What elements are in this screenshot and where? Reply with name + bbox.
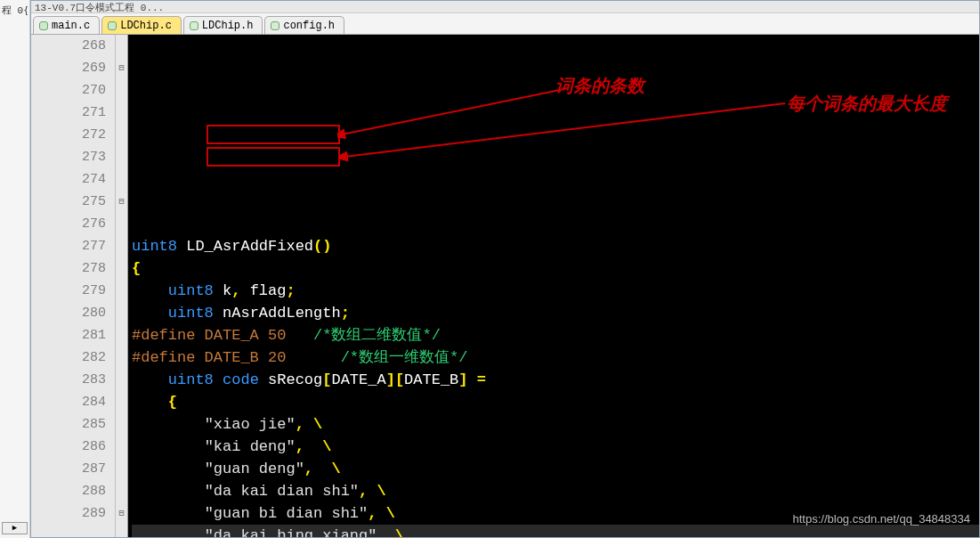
fold-empty (116, 480, 127, 502)
tab-label: main.c (52, 20, 90, 32)
fold-empty (116, 213, 127, 235)
tab-label: LDChip.h (202, 20, 254, 32)
side-text: 程 0{ (2, 4, 28, 17)
fold-empty (116, 102, 127, 124)
scroll-right-icon[interactable]: ▶ (2, 522, 28, 534)
code-line[interactable]: #define DATE_B 20 /*数组一维数值*/ (132, 346, 979, 369)
line-number: 288 (31, 480, 106, 502)
line-number: 285 (31, 413, 106, 436)
fold-empty (116, 35, 127, 57)
title-row: 13-V0.7口令模式工程 0... (31, 1, 979, 13)
line-number: 275 (31, 191, 106, 213)
line-number: 284 (31, 391, 106, 413)
red-box-2 (207, 147, 340, 167)
fold-empty (116, 257, 127, 280)
code-line[interactable]: uint8 k, flag; (132, 280, 979, 302)
arrow-1 (337, 88, 569, 142)
fold-empty (116, 458, 127, 480)
line-number: 277 (31, 235, 106, 257)
code-line[interactable]: "kai deng", \ (132, 436, 979, 458)
fold-gutter[interactable]: ⊟⊟⊟ (116, 35, 128, 537)
fold-toggle[interactable]: ⊟ (116, 502, 127, 525)
code-line[interactable]: uint8 nAsrAddLength; (132, 302, 979, 324)
annotation-1: 词条的条数 (555, 75, 644, 97)
fold-empty (116, 302, 127, 324)
line-number: 278 (31, 257, 106, 280)
watermark: https://blog.csdn.net/qq_34848334 (793, 508, 971, 530)
code-line[interactable]: "xiao jie", \ (132, 413, 979, 436)
code-line[interactable]: { (132, 257, 979, 280)
line-number: 274 (31, 168, 106, 191)
red-box-1 (207, 125, 340, 144)
code-editor[interactable]: 2682692702712722732742752762772782792802… (31, 35, 979, 537)
line-number: 280 (31, 302, 106, 324)
tab-LDChip-c[interactable]: LDChip.c (101, 16, 182, 34)
code-line[interactable]: uint8 code sRecog[DATE_A][DATE_B] = (132, 369, 979, 391)
fold-empty (116, 146, 127, 168)
fold-toggle[interactable]: ⊟ (116, 191, 127, 213)
svg-line-1 (344, 103, 785, 157)
fold-empty (116, 235, 127, 257)
side-panel: 程 0{ ▶ (0, 0, 30, 538)
fold-empty (116, 280, 127, 302)
file-icon (108, 21, 117, 30)
line-number: 268 (31, 35, 106, 57)
line-gutter: 2682692702712722732742752762772782792802… (31, 35, 116, 537)
tab-label: config.h (283, 20, 335, 32)
line-number: 269 (31, 57, 106, 79)
line-number: 282 (31, 346, 106, 369)
annotation-2: 每个词条的最大长度 (787, 93, 947, 115)
code-area[interactable]: 词条的条数 每个词条的最大长度 https://blog.csdn.net/qq… (128, 35, 979, 537)
line-number: 270 (31, 79, 106, 102)
fold-empty (116, 346, 127, 369)
fold-empty (116, 168, 127, 191)
line-number: 283 (31, 369, 106, 391)
code-line[interactable]: "guan deng", \ (132, 458, 979, 480)
file-icon (39, 21, 48, 30)
tab-bar: main.cLDChip.cLDChip.hconfig.h (31, 13, 979, 35)
fold-toggle[interactable]: ⊟ (116, 57, 127, 79)
fold-empty (116, 324, 127, 346)
tab-label: LDChip.c (120, 20, 172, 32)
line-number: 271 (31, 102, 106, 124)
file-icon (190, 21, 198, 30)
fold-empty (116, 413, 127, 436)
code-line[interactable]: uint8 LD_AsrAddFixed() (132, 235, 979, 257)
line-number: 273 (31, 146, 106, 168)
line-number: 286 (31, 436, 106, 458)
fold-empty (116, 124, 127, 146)
line-number: 287 (31, 458, 106, 480)
line-number: 289 (31, 502, 106, 525)
code-line[interactable]: "da kai dian shi", \ (132, 480, 979, 502)
line-number: 272 (31, 124, 106, 146)
fold-empty (116, 436, 127, 458)
line-number: 279 (31, 280, 106, 302)
tab-config-h[interactable]: config.h (264, 16, 344, 34)
file-icon (271, 21, 279, 30)
arrow-2 (340, 102, 794, 164)
line-number: 281 (31, 324, 106, 346)
fold-empty (116, 391, 127, 413)
tab-main-c[interactable]: main.c (33, 16, 100, 34)
code-line[interactable]: #define DATE_A 50 /*数组二维数值*/ (132, 324, 979, 346)
code-line[interactable]: { (132, 391, 979, 413)
line-number: 276 (31, 213, 106, 235)
fold-empty (116, 79, 127, 102)
fold-empty (116, 369, 127, 391)
svg-line-0 (342, 90, 560, 134)
tab-LDChip-h[interactable]: LDChip.h (183, 16, 263, 34)
